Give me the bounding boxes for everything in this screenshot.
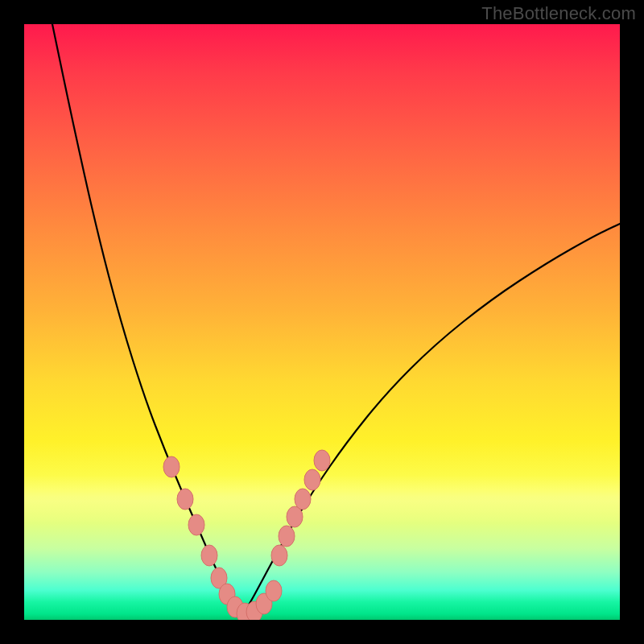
highlight-marker [266, 580, 282, 601]
highlight-marker [177, 489, 193, 510]
plot-area [24, 24, 620, 620]
highlight-marker [271, 545, 287, 566]
highlight-marker [295, 489, 311, 510]
highlight-marker [201, 545, 217, 566]
left-branch-line [52, 24, 243, 613]
chart-frame: TheBottleneck.com [0, 0, 644, 644]
watermark-text: TheBottleneck.com [481, 3, 636, 24]
highlight-marker [314, 450, 330, 471]
right-branch-line [243, 224, 620, 613]
curve-lines [52, 24, 620, 613]
highlight-marker [188, 514, 204, 535]
highlight-marker [304, 469, 320, 490]
marker-group [163, 450, 330, 620]
highlight-marker [279, 526, 295, 547]
curve-svg [24, 24, 620, 620]
highlight-marker [163, 456, 180, 477]
